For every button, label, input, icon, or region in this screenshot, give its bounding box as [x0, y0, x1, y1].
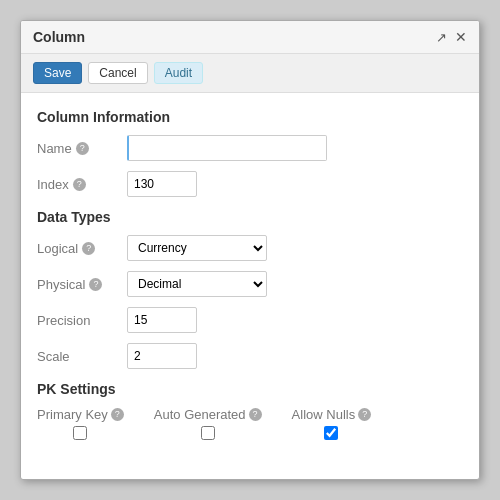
scale-field-group: Scale	[37, 343, 463, 369]
precision-field-group: Precision	[37, 307, 463, 333]
name-help-icon[interactable]: ?	[76, 142, 89, 155]
allow-nulls-checkbox[interactable]	[324, 426, 338, 440]
logical-help-icon[interactable]: ?	[82, 242, 95, 255]
audit-button[interactable]: Audit	[154, 62, 203, 84]
auto-generated-col: Auto Generated ?	[154, 407, 262, 440]
physical-field-group: Physical ? Decimal Integer Varchar Date	[37, 271, 463, 297]
pk-help-icon[interactable]: ?	[111, 408, 124, 421]
index-input[interactable]	[127, 171, 197, 197]
an-help-icon[interactable]: ?	[358, 408, 371, 421]
auto-generated-label: Auto Generated ?	[154, 407, 262, 422]
cancel-button[interactable]: Cancel	[88, 62, 147, 84]
close-icon[interactable]: ✕	[455, 29, 467, 45]
logical-label: Logical ?	[37, 241, 127, 256]
allow-nulls-label: Allow Nulls ?	[292, 407, 372, 422]
physical-label: Physical ?	[37, 277, 127, 292]
ag-help-icon[interactable]: ?	[249, 408, 262, 421]
column-modal: Column ↗ ✕ Save Cancel Audit Column Info…	[20, 20, 480, 480]
precision-label: Precision	[37, 313, 127, 328]
scale-label: Scale	[37, 349, 127, 364]
physical-help-icon[interactable]: ?	[89, 278, 102, 291]
modal-header: Column ↗ ✕	[21, 21, 479, 54]
physical-select[interactable]: Decimal Integer Varchar Date	[127, 271, 267, 297]
primary-key-label: Primary Key ?	[37, 407, 124, 422]
toolbar: Save Cancel Audit	[21, 54, 479, 93]
save-button[interactable]: Save	[33, 62, 82, 84]
name-field-group: Name ?	[37, 135, 463, 161]
name-input[interactable]	[127, 135, 327, 161]
modal-body: Column Information Name ? Index ? Data T…	[21, 93, 479, 479]
expand-icon[interactable]: ↗	[436, 30, 447, 45]
name-label: Name ?	[37, 141, 127, 156]
index-help-icon[interactable]: ?	[73, 178, 86, 191]
index-field-group: Index ?	[37, 171, 463, 197]
logical-select[interactable]: Currency Decimal Integer String Date	[127, 235, 267, 261]
pk-settings-row: Primary Key ? Auto Generated ? Allow Nul…	[37, 407, 463, 440]
logical-field-group: Logical ? Currency Decimal Integer Strin…	[37, 235, 463, 261]
modal-header-icons: ↗ ✕	[436, 29, 467, 45]
primary-key-checkbox[interactable]	[73, 426, 87, 440]
primary-key-col: Primary Key ?	[37, 407, 124, 440]
column-information-title: Column Information	[37, 109, 463, 125]
index-label: Index ?	[37, 177, 127, 192]
data-types-title: Data Types	[37, 209, 463, 225]
auto-generated-checkbox[interactable]	[201, 426, 215, 440]
modal-title: Column	[33, 29, 85, 45]
scale-input[interactable]	[127, 343, 197, 369]
pk-settings-title: PK Settings	[37, 381, 463, 397]
allow-nulls-col: Allow Nulls ?	[292, 407, 372, 440]
precision-input[interactable]	[127, 307, 197, 333]
